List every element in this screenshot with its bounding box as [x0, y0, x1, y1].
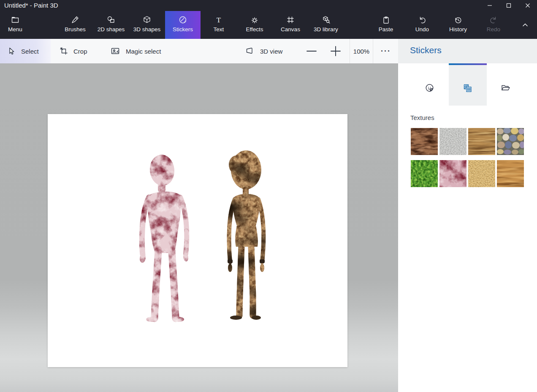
more-options-button[interactable]: ···: [375, 39, 397, 63]
stickers-panel: Stickers: [398, 39, 537, 392]
panel-title: Stickers: [410, 45, 442, 55]
sun-icon: [250, 15, 259, 25]
brush-icon: [71, 15, 80, 25]
crop-tool-label: Crop: [73, 48, 87, 55]
select-tool-button[interactable]: Select: [0, 39, 51, 63]
open-folder-icon: [500, 83, 512, 94]
magic-select-button[interactable]: Magic select: [111, 39, 161, 63]
zoom-out-button[interactable]: [302, 39, 321, 63]
zoom-in-button[interactable]: [326, 39, 345, 63]
plus-icon: [330, 46, 341, 57]
text-icon: T: [214, 15, 223, 25]
3d-view-button[interactable]: 3D view: [245, 39, 282, 63]
cursor-arrow-icon: [7, 46, 16, 56]
sticker-smiley-icon: [424, 83, 436, 94]
undo-button[interactable]: Undo: [404, 11, 440, 39]
text-button[interactable]: T Text: [201, 11, 236, 39]
canvas-object-cork-mannequin[interactable]: [217, 149, 270, 322]
magic-select-label: Magic select: [126, 48, 161, 55]
crop-icon: [59, 46, 68, 56]
canvas-frame-icon: [286, 15, 295, 25]
redo-button[interactable]: Redo: [476, 11, 511, 39]
drawing-canvas[interactable]: [48, 114, 347, 367]
effects-button[interactable]: Effects: [237, 11, 272, 39]
texture-swatch-concrete[interactable]: [439, 128, 466, 155]
menu-button[interactable]: Menu: [0, 11, 30, 39]
3d-shapes-button[interactable]: 3D shapes: [129, 11, 165, 39]
close-button[interactable]: [518, 0, 537, 11]
panel-content: Textures: [398, 106, 537, 392]
tab-textures[interactable]: [449, 63, 487, 106]
ellipsis-icon: ···: [381, 47, 391, 56]
2d-shapes-button[interactable]: 2D shapes: [93, 11, 129, 39]
tool-options-bar: Select Crop Magic select 3D view: [0, 39, 398, 63]
panel-tabs: [398, 63, 537, 106]
minimize-icon: [487, 3, 492, 8]
canvas-button[interactable]: Canvas: [273, 11, 308, 39]
zoom-level-field[interactable]: 100%: [350, 39, 373, 63]
textures-section-label: Textures: [410, 114, 434, 121]
texture-swatch-sand[interactable]: [468, 160, 495, 187]
maximize-icon: [506, 3, 511, 8]
window-controls: [480, 0, 537, 11]
window-title: Untitled* - Paint 3D: [4, 2, 58, 9]
close-icon: [525, 3, 530, 8]
texture-swatch-leaves[interactable]: [411, 160, 438, 187]
undo-icon: [418, 15, 427, 25]
collapse-ribbon-button[interactable]: [516, 11, 534, 39]
magic-select-icon: [111, 46, 121, 56]
textures-icon: [462, 83, 474, 94]
texture-grid: [411, 128, 524, 187]
crop-tool-button[interactable]: Crop: [59, 39, 87, 63]
stickers-button[interactable]: Stickers: [165, 11, 201, 39]
minimize-button[interactable]: [480, 0, 499, 11]
2d-shapes-icon: [106, 15, 116, 25]
svg-text:T: T: [217, 16, 221, 24]
select-tool-label: Select: [21, 48, 39, 55]
texture-swatch-hair[interactable]: [468, 128, 495, 155]
3d-view-icon: [245, 46, 255, 56]
cube-icon: [142, 15, 152, 25]
texture-swatch-wood[interactable]: [497, 160, 524, 187]
zoom-level-value: 100%: [353, 48, 369, 55]
titlebar: Untitled* - Paint 3D: [0, 0, 537, 11]
brushes-button[interactable]: Brushes: [57, 11, 93, 39]
chevron-up-icon: [521, 20, 530, 30]
ribbon-toolbar: Menu Brushes 2D shapes 3D shapes Sticker: [0, 11, 537, 39]
redo-icon: [489, 15, 498, 25]
minus-icon: [306, 46, 317, 56]
history-clock-icon: [453, 15, 463, 25]
texture-swatch-pink-marble[interactable]: [439, 160, 466, 187]
3d-library-button[interactable]: 3D library: [308, 11, 344, 39]
paint3d-window: Untitled* - Paint 3D Menu Brushes: [0, 0, 537, 392]
tab-open-folder[interactable]: [487, 63, 525, 106]
cube-search-icon: [321, 15, 331, 25]
texture-swatch-pebbles[interactable]: [497, 128, 524, 155]
sticker-icon: [178, 15, 187, 25]
texture-swatch-bark[interactable]: [411, 128, 438, 155]
menu-icon: [11, 15, 20, 25]
clipboard-icon: [381, 15, 391, 25]
maximize-button[interactable]: [499, 0, 518, 11]
history-button[interactable]: History: [440, 11, 476, 39]
workspace[interactable]: [0, 63, 398, 392]
tab-stickers[interactable]: [411, 63, 449, 106]
canvas-object-marble-mannequin[interactable]: [139, 153, 192, 322]
3d-view-label: 3D view: [260, 48, 282, 55]
paste-button[interactable]: Paste: [368, 11, 404, 39]
panel-header: Stickers: [398, 39, 537, 63]
